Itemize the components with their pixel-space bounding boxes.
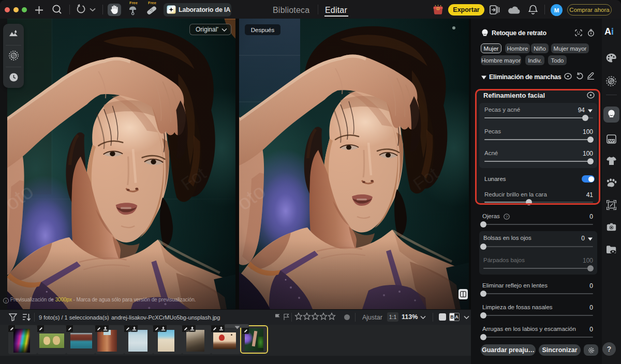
svg-text:?: ?: [506, 215, 508, 219]
